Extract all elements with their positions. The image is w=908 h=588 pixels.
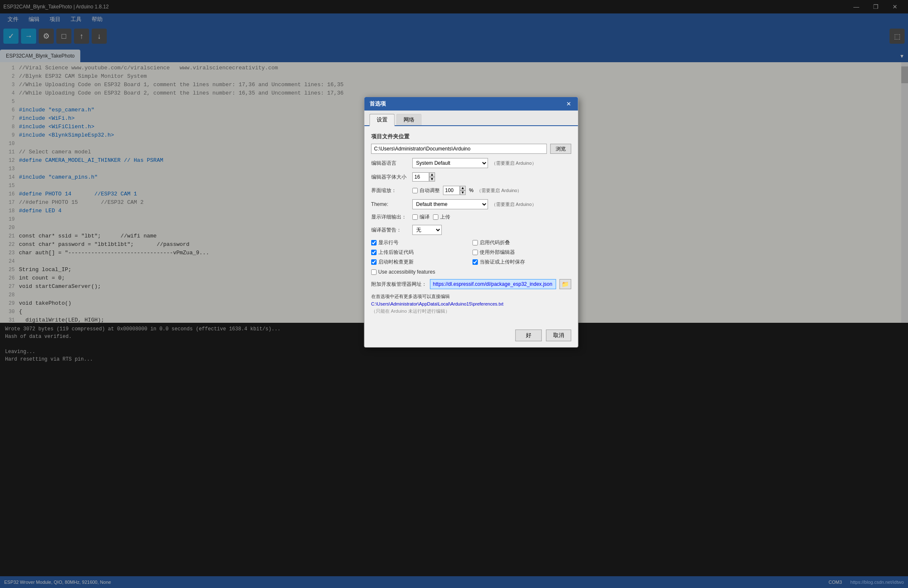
dialog-close-button[interactable]: ✕ (565, 100, 573, 108)
verify-upload-label: 上传后验证代码 (371, 249, 470, 256)
warnings-row: 编译器警告： 无 默认 更多 全部 (371, 225, 571, 235)
check-updates-text: 启动时检查更新 (378, 258, 414, 266)
theme-select[interactable]: Default theme (412, 199, 488, 209)
save-on-verify-text: 当验证或上传时保存 (480, 258, 525, 266)
fontsize-spinner: ▲ ▼ (412, 172, 435, 182)
info-path[interactable]: C:\Users\Administrator\AppData\Local\Ard… (371, 301, 571, 306)
language-select[interactable]: System Default (412, 158, 488, 168)
language-hint: （需要重启 Arduino） (491, 160, 536, 166)
scale-up[interactable]: ▲ (460, 186, 466, 190)
save-on-verify-label: 当验证或上传时保存 (472, 258, 571, 266)
project-path-input[interactable] (371, 144, 547, 154)
code-folding-checkbox[interactable] (472, 240, 478, 245)
section-title: 项目文件夹位置 (371, 133, 571, 140)
warnings-label: 编译器警告： (371, 227, 409, 234)
dialog-tab-network[interactable]: 网络 (396, 114, 422, 125)
external-editor-text: 使用外部编辑器 (480, 249, 515, 256)
scale-auto-checkbox[interactable] (412, 188, 418, 193)
show-line-numbers-checkbox[interactable] (371, 240, 377, 245)
theme-label: Theme: (371, 201, 409, 207)
check-updates-checkbox[interactable] (371, 259, 377, 265)
accessibility-checkbox[interactable] (371, 269, 377, 275)
theme-row: Theme: Default theme （需要重启 Arduino） (371, 199, 571, 209)
scale-down[interactable]: ▼ (460, 190, 466, 195)
accessibility-text: Use accessibility features (378, 269, 435, 275)
upload-text: 上传 (440, 214, 450, 221)
save-on-verify-checkbox[interactable] (472, 259, 478, 265)
dialog-title: 首选项 (370, 100, 386, 108)
info-hint: （只能在 Arduino 未运行时进行编辑） (371, 308, 571, 314)
browse-button[interactable]: 浏览 (550, 144, 571, 154)
upload-checkbox[interactable] (433, 214, 438, 220)
dialog-tab-settings[interactable]: 设置 (370, 114, 395, 126)
verbose-label: 显示详细输出： (371, 214, 409, 221)
scale-row: 界面缩放： 自动调整 ▲ ▼ % （需要重启 Arduino） (371, 186, 571, 195)
verify-upload-checkbox[interactable] (371, 250, 377, 255)
board-manager-row: 附加开发板管理器网址： 📁 (371, 279, 571, 289)
cancel-button[interactable]: 取消 (546, 330, 571, 341)
scale-spinner-btns: ▲ ▼ (460, 186, 466, 195)
project-path-row: 浏览 (371, 144, 571, 154)
scale-auto-label: 自动调整 (412, 187, 440, 194)
preferences-dialog: 首选项 ✕ 设置 网络 项目文件夹位置 浏览 编辑器语言 System Defa… (364, 97, 578, 348)
verify-upload-text: 上传后验证代码 (378, 249, 414, 256)
dialog-footer: 好 取消 (364, 326, 578, 347)
scale-label: 界面缩放： (371, 187, 409, 194)
fontsize-label: 编辑器字体大小 (371, 174, 409, 181)
verbose-row: 显示详细输出： 编译 上传 (371, 214, 571, 221)
upload-checkbox-label: 上传 (433, 214, 450, 221)
dialog-body: 项目文件夹位置 浏览 编辑器语言 System Default （需要重启 Ar… (364, 126, 578, 326)
dialog-overlay: 首选项 ✕ 设置 网络 项目文件夹位置 浏览 编辑器语言 System Defa… (0, 0, 908, 588)
external-editor-label: 使用外部编辑器 (472, 249, 571, 256)
board-manager-folder-button[interactable]: 📁 (560, 279, 571, 289)
external-editor-checkbox[interactable] (472, 250, 478, 255)
fontsize-up[interactable]: ▲ (429, 172, 435, 177)
check-updates-label: 启动时检查更新 (371, 258, 470, 266)
code-folding-label: 启用代码折叠 (472, 239, 571, 246)
fontsize-row: 编辑器字体大小 ▲ ▼ (371, 172, 571, 182)
compile-checkbox-label: 编译 (412, 214, 430, 221)
scale-input[interactable] (443, 186, 460, 195)
show-line-numbers-label: 显示行号 (371, 239, 470, 246)
compile-checkbox[interactable] (412, 214, 418, 220)
scale-spinner: ▲ ▼ (443, 186, 466, 195)
dialog-tabs: 设置 网络 (364, 111, 578, 126)
board-manager-url-input[interactable] (430, 279, 556, 289)
scale-hint: （需要重启 Arduino） (477, 187, 522, 194)
scale-unit: % (469, 187, 474, 193)
fontsize-spinner-btns: ▲ ▼ (429, 172, 435, 182)
accessibility-row: Use accessibility features (371, 269, 571, 275)
accessibility-label: Use accessibility features (371, 269, 435, 275)
show-line-numbers-text: 显示行号 (378, 239, 399, 246)
fontsize-input[interactable] (412, 172, 429, 182)
warnings-select[interactable]: 无 默认 更多 全部 (412, 225, 442, 235)
compile-text: 编译 (420, 214, 430, 221)
code-folding-text: 启用代码折叠 (480, 239, 510, 246)
language-label: 编辑器语言 (371, 160, 409, 167)
board-manager-label: 附加开发板管理器网址： (371, 281, 427, 288)
scale-auto-text: 自动调整 (420, 187, 440, 194)
dialog-titlebar: 首选项 ✕ (364, 97, 578, 111)
checkboxes-grid: 显示行号 启用代码折叠 上传后验证代码 使用外部编辑器 启动时检查更新 (371, 239, 571, 266)
theme-hint: （需要重启 Arduino） (491, 201, 536, 208)
ok-button[interactable]: 好 (515, 330, 542, 341)
info-text: 在首选项中还有更多选项可以直接编辑 (371, 293, 571, 300)
fontsize-down[interactable]: ▼ (429, 177, 435, 182)
language-row: 编辑器语言 System Default （需要重启 Arduino） (371, 158, 571, 168)
